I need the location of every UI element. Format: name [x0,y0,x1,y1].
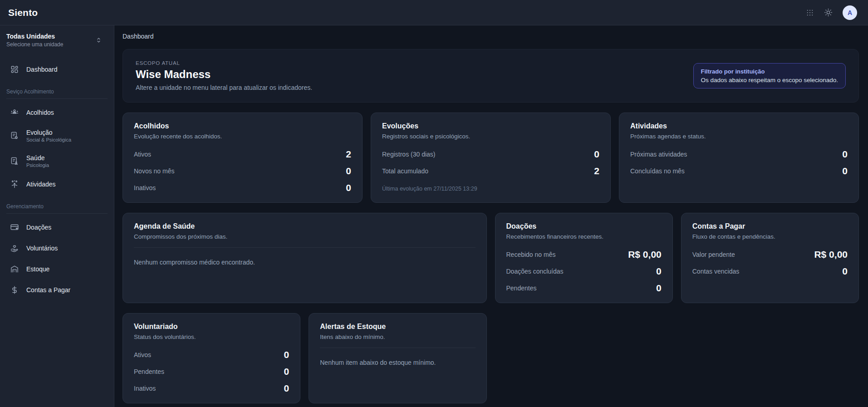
metric-label: Pendentes [134,368,164,375]
scope-eyebrow: ESCOPO ATUAL [136,60,312,66]
card-title: Evoluções [382,122,599,130]
file-user-icon [10,157,19,166]
topbar: Siento A [0,0,868,25]
metric-value: 0 [656,283,662,294]
card-title: Alertas de Estoque [320,323,475,331]
empty-state-message: Nenhum compromisso médico encontrado. [134,259,476,266]
metric-row: Inativos 0 [134,182,351,193]
metric-label: Pendentes [506,284,537,292]
unit-selector[interactable]: Todas Unidades Selecione uma unidade [5,32,108,49]
metric-value: 2 [594,166,599,177]
main-content: Dashboard ESCOPO ATUAL Wise Madness Alte… [114,25,868,407]
card-acolhidos: Acolhidos Evolução recente dos acolhidos… [123,113,363,203]
card-subtitle: Evolução recente dos acolhidos. [134,133,351,140]
card-alertas-estoque: Alertas de Estoque Itens abaixo do mínim… [309,313,486,403]
card-agenda-saude: Agenda de Saúde Compromissos dos próximo… [123,213,487,303]
section-label: Seviço Acolhimento [5,88,108,98]
breadcrumb: Dashboard [123,33,859,40]
card-voluntariado: Voluntariado Status dos voluntários. Ati… [123,313,300,403]
unit-selector-title: Todas Unidades [6,33,63,40]
section-divider [6,213,108,214]
unit-selector-text: Todas Unidades Selecione uma unidade [6,33,63,48]
card-subtitle: Itens abaixo do mínimo. [320,333,475,340]
metric-label: Total acumulado [382,167,428,175]
card-subtitle: Compromissos dos próximos dias. [134,233,476,240]
section-divider [6,98,108,99]
metric-row: Valor pendente R$ 0,00 [692,249,848,260]
metric-label: Novos no mês [134,167,174,175]
sidebar-item-doacoes[interactable]: Doações [5,218,108,236]
metric-label: Contas vencidas [692,268,740,275]
scope-filter-badge: Filtrado por instituição Os dados abaixo… [693,63,846,88]
sidebar-item-sublabel: Social & Psicológica [26,137,71,142]
card-title: Agenda de Saúde [134,222,476,230]
metric-value: 0 [284,383,289,394]
sidebar-item-estoque[interactable]: Estoque [5,260,108,278]
metric-row: Pendentes 0 [506,283,662,294]
sidebar-item-label: Evolução [26,129,71,136]
metric-label: Valor pendente [692,251,735,258]
metric-label: Recebido no mês [506,251,556,258]
user-avatar[interactable]: A [843,5,857,20]
card-title: Voluntariado [134,323,289,331]
metric-value: 0 [656,266,662,277]
dashboard-grid-icon [10,65,19,74]
scope-title: Wise Madness [136,68,312,81]
empty-state-message: Nenhum item abaixo do estoque mínimo. [320,359,475,366]
sidebar-item-contas-a-pagar[interactable]: Contas a Pagar [5,281,108,299]
card-evolucoes: Evoluções Registros sociais e psicológic… [371,113,611,203]
metric-value: 0 [284,349,289,360]
metric-row: Pendentes 0 [134,366,289,377]
metric-row: Recebido no mês R$ 0,00 [506,249,662,260]
stats-row-3: Voluntariado Status dos voluntários. Ati… [123,313,859,403]
card-heart-icon [10,223,19,232]
card-divider [320,348,475,348]
sidebar-item-label: Atividades [26,181,56,188]
sidebar-item-atividades[interactable]: Atividades [5,175,108,193]
hand-heart-icon [10,244,19,253]
card-subtitle: Recebimentos financeiros recentes. [506,233,662,240]
metric-value: 2 [346,149,351,160]
metric-row: Contas vencidas 0 [692,266,848,277]
card-atividades: Atividades Próximas agendas e status. Pr… [619,113,859,203]
last-evolution-note: Última evolução em 27/11/2025 13:29 [382,186,599,192]
metric-value: R$ 0,00 [814,249,848,260]
sidebar-item-voluntarios[interactable]: Voluntários [5,239,108,257]
metric-value: 0 [594,149,599,160]
card-subtitle: Registros sociais e psicológicos. [382,133,599,140]
metric-label: Ativos [134,151,151,158]
warehouse-icon [10,265,19,274]
metric-row: Próximas atividades 0 [630,149,848,160]
scope-filter-badge-title: Filtrado por instituição [701,68,838,75]
metric-label: Inativos [134,184,156,191]
theme-sun-icon[interactable] [824,8,833,17]
metric-label: Registros (30 dias) [382,151,436,158]
metric-row: Ativos 2 [134,149,351,160]
sidebar-item-text: Evolução Social & Psicológica [26,129,71,142]
sidebar-item-saude[interactable]: Saúde Psicologia [5,150,108,172]
apps-grid-icon[interactable] [806,9,814,17]
card-subtitle: Fluxo de contas e pendências. [692,233,848,240]
metric-label: Inativos [134,385,156,392]
metric-value: 0 [842,149,848,160]
sidebar-nav: Dashboard Seviço Acolhimento [5,60,108,299]
sidebar-item-dashboard[interactable]: Dashboard [5,60,108,78]
card-doacoes: Doações Recebimentos financeiros recente… [495,213,673,303]
sidebar-item-evolucao[interactable]: Evolução Social & Psicológica [5,124,108,147]
sidebar-section-acolhimento: Seviço Acolhimento Acolhidos [5,88,108,193]
app-shell: Todas Unidades Selecione uma unidade Das… [0,25,868,407]
unit-selector-subtitle: Selecione uma unidade [6,41,63,48]
people-group-icon [10,108,19,117]
sidebar-item-label: Dashboard [26,66,58,73]
card-title: Contas a Pagar [692,222,848,230]
sidebar-item-label: Saúde [26,154,49,162]
app-logo: Siento [8,7,38,18]
sidebar-item-acolhidos[interactable]: Acolhidos [5,103,108,122]
metric-label: Próximas atividades [630,151,687,158]
sidebar-item-sublabel: Psicologia [26,162,49,168]
stats-row-1: Acolhidos Evolução recente dos acolhidos… [123,113,859,203]
metric-row: Total acumulado 2 [382,166,599,177]
card-title: Acolhidos [134,122,351,130]
dollar-icon [10,285,19,294]
metric-row: Ativos 0 [134,349,289,360]
